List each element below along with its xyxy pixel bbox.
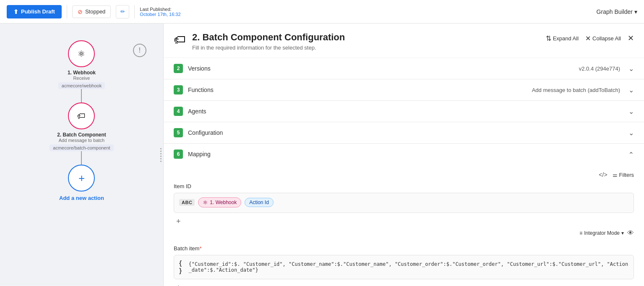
panel-header: 🏷 2. Batch Component Configuration Fill …	[164, 24, 644, 58]
section-configuration: 5 Configuration ⌄	[164, 122, 644, 144]
close-button[interactable]: ✕	[628, 34, 634, 43]
batch-item-json: {"Customer_id":$. "Customer_id", "Custom…	[189, 261, 628, 273]
abc-badge: ABC	[179, 199, 195, 206]
config-panel: 🏷 2. Batch Component Configuration Fill …	[164, 24, 644, 286]
pencil-icon: ✏	[120, 8, 125, 15]
item-id-preview-button[interactable]: 👁	[627, 229, 634, 237]
stop-button[interactable]: ⊘ Stopped	[72, 5, 111, 18]
section-num-2: 2	[174, 64, 183, 73]
webhook-path: acmecore/webhook	[58, 82, 105, 89]
webhook-node[interactable]: ⚛ 1. Webhook Receive acmecore/webhook	[58, 40, 105, 89]
section-title-configuration: Configuration	[188, 129, 615, 136]
graph-builder-dropdown[interactable]: Graph Builder ▾	[597, 8, 637, 15]
last-published-block: Last Published: October 17th, 16:32	[140, 7, 180, 17]
section-value-functions: Add message to batch (addToBatch)	[532, 87, 620, 93]
drag-dot	[160, 150, 162, 152]
code-icon[interactable]: </>	[599, 171, 607, 178]
chevron-functions: ⌄	[628, 86, 634, 94]
section-title-mapping: Mapping	[188, 151, 615, 157]
panel-subtitle: Fill in the required information for the…	[192, 45, 539, 51]
section-num-5: 5	[174, 128, 183, 137]
webhook-chip-icon: ⚛	[203, 199, 208, 206]
section-num-3: 3	[174, 85, 183, 94]
batch-item-input-area[interactable]: { } {"Customer_id":$. "Customer_id", "Cu…	[174, 255, 634, 279]
topbar-right: Graph Builder ▾	[597, 8, 637, 15]
chevron-integrator: ▾	[621, 230, 624, 236]
json-brace-icon: { }	[179, 260, 185, 275]
batch-node[interactable]: 🏷 2. Batch Component Add message to batc…	[50, 102, 113, 151]
info-icon: !	[133, 44, 146, 57]
section-num-6: 6	[174, 150, 183, 159]
item-id-label: Item ID	[174, 183, 634, 189]
drag-handle[interactable]	[159, 144, 163, 165]
filters-button[interactable]: ⚌ Filters	[613, 172, 634, 178]
section-title-versions: Versions	[188, 65, 574, 72]
flow-container: ⚛ 1. Webhook Receive acmecore/webhook 🏷 …	[50, 40, 113, 201]
publish-draft-button[interactable]: ⬆ Publish Draft	[7, 5, 62, 18]
section-functions: 3 Functions Add message to batch (addToB…	[164, 79, 644, 101]
panel-title: 2. Batch Component Configuration	[192, 32, 539, 43]
drag-dot	[160, 153, 162, 154]
webhook-sublabel: Receive	[73, 76, 90, 81]
drag-dot	[160, 148, 162, 149]
section-configuration-header[interactable]: 5 Configuration ⌄	[164, 122, 644, 143]
section-functions-header[interactable]: 3 Functions Add message to batch (addToB…	[164, 79, 644, 100]
item-id-add-button[interactable]: +	[174, 216, 183, 227]
required-marker: *	[199, 245, 201, 252]
item-id-row: ABC ⚛ 1. Webhook Action Id	[179, 197, 628, 207]
webhook-label: 1. Webhook	[68, 70, 96, 76]
webhook-icon: ⚛	[78, 49, 85, 59]
collapse-all-button[interactable]: ✕ Collapse All	[585, 34, 621, 42]
batch-circle: 🏷	[68, 102, 95, 129]
mapping-content: </> ⚌ Filters Item ID ABC	[164, 165, 644, 286]
item-id-footer: ≡ Integrator Mode ▾ 👁	[174, 229, 634, 237]
stop-icon: ⊘	[78, 8, 83, 15]
section-title-agents: Agents	[188, 108, 615, 115]
edit-button[interactable]: ✏	[116, 5, 129, 18]
batch-path: acmecore/batch-component	[50, 144, 113, 151]
topbar-separator	[67, 5, 67, 18]
drag-dot	[160, 155, 162, 157]
integrator-icon: ≡	[579, 230, 582, 236]
batch-icon: 🏷	[77, 111, 86, 121]
filter-icon: ⚌	[613, 172, 618, 178]
component-icon: 🏷	[174, 33, 185, 47]
batch-item-add-row: +	[174, 283, 634, 286]
webhook-circle: ⚛	[68, 40, 95, 67]
section-agents-header[interactable]: 4 Agents ⌄	[164, 101, 644, 122]
batch-item-add-button[interactable]: +	[174, 283, 183, 286]
expand-all-button[interactable]: ⇅ Expand All	[546, 34, 579, 42]
flow-canvas: ! ⚛ 1. Webhook Receive acmecore/webhook …	[0, 24, 164, 286]
topbar-separator2	[134, 5, 135, 18]
webhook-chip[interactable]: ⚛ 1. Webhook	[198, 197, 241, 207]
item-id-input-area[interactable]: ABC ⚛ 1. Webhook Action Id	[174, 193, 634, 213]
mapping-toolbar: </> ⚌ Filters	[174, 171, 634, 178]
item-id-integrator-mode-button[interactable]: ≡ Integrator Mode ▾	[579, 230, 624, 236]
expand-icon: ⇅	[546, 34, 551, 42]
section-versions-header[interactable]: 2 Versions v2.0.4 (294e774) ⌄	[164, 58, 644, 79]
section-mapping-header[interactable]: 6 Mapping ⌄	[164, 144, 644, 165]
collapse-icon: ✕	[585, 34, 591, 42]
batch-label: 2. Batch Component	[57, 132, 106, 138]
panel-title-block: 2. Batch Component Configuration Fill in…	[192, 32, 539, 51]
section-agents: 4 Agents ⌄	[164, 101, 644, 122]
add-new-circle[interactable]: +	[68, 165, 95, 192]
section-value-versions: v2.0.4 (294e774)	[579, 66, 620, 72]
section-mapping: 6 Mapping ⌄ </> ⚌ Filters Item ID	[164, 144, 644, 286]
batch-item-label: Batch item*	[174, 245, 634, 252]
batch-sublabel: Add message to batch	[59, 138, 104, 143]
chevron-mapping: ⌄	[628, 150, 634, 158]
section-num-4: 4	[174, 107, 183, 116]
chevron-versions: ⌄	[628, 65, 634, 73]
item-id-field: Item ID ABC ⚛ 1. Webhook Action Id	[174, 183, 634, 237]
upload-icon: ⬆	[13, 8, 18, 15]
topbar: ⬆ Publish Draft ⊘ Stopped ✏ Last Publish…	[0, 0, 644, 24]
add-new-node[interactable]: + Add a new action	[59, 165, 104, 201]
batch-item-field: Batch item* { } {"Customer_id":$. "Custo…	[174, 245, 634, 286]
chevron-down-icon: ▾	[634, 8, 637, 15]
section-versions: 2 Versions v2.0.4 (294e774) ⌄	[164, 58, 644, 79]
add-new-label[interactable]: Add a new action	[59, 195, 104, 201]
item-id-add-row: +	[174, 216, 634, 227]
action-chip[interactable]: Action Id	[245, 198, 274, 207]
section-title-functions: Functions	[188, 87, 527, 93]
